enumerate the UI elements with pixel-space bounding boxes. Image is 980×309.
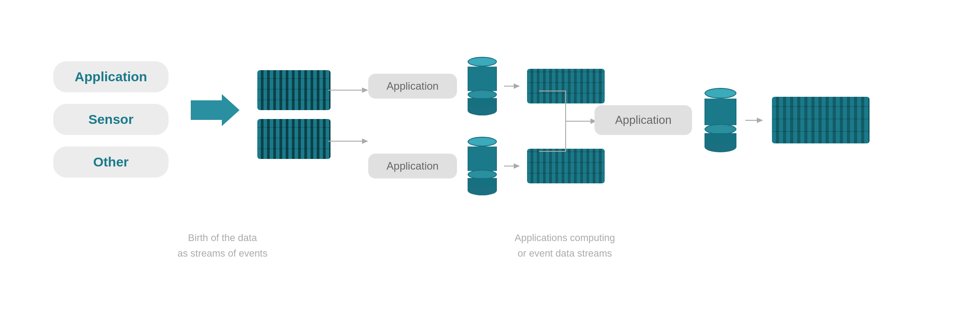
label-computing-text: Applications computingor event data stre… xyxy=(515,232,615,259)
app-box-right: Application xyxy=(594,105,692,135)
db-right xyxy=(704,88,736,152)
svg-marker-0 xyxy=(191,94,240,126)
app-label-1: Application xyxy=(386,80,438,92)
label-computing: Applications computingor event data stre… xyxy=(515,230,615,261)
svg-marker-8 xyxy=(514,163,520,169)
broker-rack-2 xyxy=(257,119,331,159)
broker-cluster xyxy=(257,70,331,159)
app-label-right: Application xyxy=(615,113,671,127)
source-other-label: Other xyxy=(93,154,129,169)
source-sensor-label: Sensor xyxy=(88,112,134,127)
label-birth-text: Birth of the dataas streams of events xyxy=(177,232,268,259)
svg-marker-6 xyxy=(514,83,520,89)
svg-marker-2 xyxy=(362,87,368,93)
app-box-1: Application xyxy=(368,74,457,99)
arrow-top-1 xyxy=(504,82,520,91)
app-box-2: Application xyxy=(368,154,457,178)
arrow-right-final xyxy=(745,116,763,125)
label-birth: Birth of the dataas streams of events xyxy=(177,230,268,261)
source-sensor: Sensor xyxy=(53,104,169,135)
svg-marker-11 xyxy=(757,118,763,123)
source-application-label: Application xyxy=(75,69,147,84)
sources-column: Application Sensor Other xyxy=(53,61,169,178)
diagram-container: Application Sensor Other xyxy=(0,0,980,309)
right-app-box: Application xyxy=(594,88,870,152)
svg-marker-4 xyxy=(362,139,368,144)
source-application: Application xyxy=(53,61,169,92)
source-other: Other xyxy=(53,147,169,178)
app-label-2: Application xyxy=(386,160,438,172)
broker-rack-1 xyxy=(257,70,331,110)
rack-final xyxy=(772,97,870,143)
middle-to-right-connectors xyxy=(539,66,601,177)
arrow-bottom-1 xyxy=(504,162,520,170)
db-top-1 xyxy=(468,57,497,115)
db-bottom-1 xyxy=(468,137,497,195)
main-arrow xyxy=(191,92,240,130)
layout: Application Sensor Other xyxy=(27,21,953,288)
